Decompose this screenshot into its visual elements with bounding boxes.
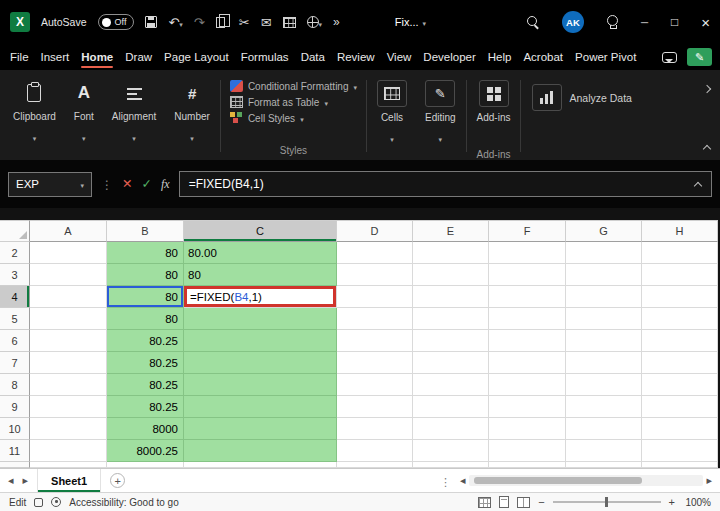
add-sheet-button[interactable]: +	[110, 473, 125, 488]
comments-icon[interactable]	[662, 52, 677, 63]
enter-button[interactable]: ✓	[141, 178, 151, 191]
tab-data[interactable]: Data	[295, 44, 331, 70]
zoom-slider-thumb[interactable]	[605, 497, 608, 507]
tab-page-layout[interactable]: Page Layout	[158, 44, 235, 70]
tab-bar-handle-icon[interactable]	[440, 472, 451, 490]
cell[interactable]: 80.25	[107, 330, 184, 352]
cell[interactable]	[413, 286, 489, 308]
cell[interactable]	[642, 440, 718, 462]
column-header-d[interactable]: D	[337, 220, 413, 242]
cell[interactable]	[642, 374, 718, 396]
ribbon-group-cells[interactable]: Cells	[368, 72, 416, 160]
column-header-a[interactable]: A	[30, 220, 107, 242]
tab-insert[interactable]: Insert	[35, 44, 76, 70]
scrollbar-thumb[interactable]	[474, 477, 642, 484]
cell[interactable]	[413, 352, 489, 374]
format-as-table-button[interactable]: Format as Table	[230, 96, 328, 108]
tab-draw[interactable]: Draw	[119, 44, 158, 70]
cell[interactable]	[566, 242, 642, 264]
cell[interactable]	[30, 308, 107, 330]
cell[interactable]	[413, 440, 489, 462]
cell[interactable]	[413, 396, 489, 418]
cell[interactable]: 80	[107, 264, 184, 286]
ribbon-group-addins[interactable]: Add-ins Add-ins	[468, 72, 520, 160]
cell[interactable]	[489, 396, 566, 418]
zoom-out-icon[interactable]	[538, 496, 544, 508]
cell[interactable]	[184, 308, 337, 330]
cell[interactable]	[566, 308, 642, 330]
tab-formulas[interactable]: Formulas	[235, 44, 295, 70]
maximize-button[interactable]	[671, 16, 678, 28]
cell[interactable]	[337, 396, 413, 418]
ribbon-group-alignment[interactable]: Alignment	[103, 72, 165, 160]
conditional-formatting-button[interactable]: Conditional Formatting	[230, 80, 357, 92]
cell[interactable]	[489, 418, 566, 440]
undo-button[interactable]	[168, 16, 182, 29]
tab-view[interactable]: View	[381, 44, 418, 70]
cancel-button[interactable]: ✕	[122, 178, 132, 191]
cell[interactable]	[413, 374, 489, 396]
row-header[interactable]: 10	[0, 418, 30, 440]
cell[interactable]	[337, 418, 413, 440]
copy-icon[interactable]	[216, 17, 225, 28]
cell[interactable]	[30, 418, 107, 440]
zoom-level[interactable]: 100%	[683, 497, 711, 508]
cell[interactable]	[337, 242, 413, 264]
cell[interactable]: 80.25	[107, 374, 184, 396]
avatar[interactable]: AK	[562, 11, 584, 33]
sheet-nav-left-icon[interactable]	[8, 475, 14, 486]
tab-power-pivot[interactable]: Power Pivot	[569, 44, 642, 70]
cell[interactable]	[566, 330, 642, 352]
cell[interactable]	[489, 264, 566, 286]
cell[interactable]	[337, 286, 413, 308]
cell[interactable]	[413, 418, 489, 440]
cell[interactable]	[566, 396, 642, 418]
cell[interactable]	[184, 374, 337, 396]
collapse-ribbon-icon[interactable]	[703, 145, 711, 153]
cell[interactable]	[413, 264, 489, 286]
cell[interactable]: 80	[107, 242, 184, 264]
cell[interactable]	[642, 264, 718, 286]
row-header[interactable]: 8	[0, 374, 30, 396]
cell[interactable]	[30, 330, 107, 352]
minimize-button[interactable]	[641, 16, 648, 28]
cell[interactable]	[184, 396, 337, 418]
row-header[interactable]: 9	[0, 396, 30, 418]
cell[interactable]	[566, 352, 642, 374]
cell[interactable]	[489, 242, 566, 264]
tab-home[interactable]: Home	[75, 44, 119, 70]
cell[interactable]	[642, 242, 718, 264]
column-header-e[interactable]: E	[413, 220, 489, 242]
column-header-h[interactable]: H	[642, 220, 718, 242]
cell[interactable]	[30, 264, 107, 286]
cell[interactable]	[337, 440, 413, 462]
cell[interactable]	[30, 286, 107, 308]
lightbulb-icon[interactable]	[607, 15, 618, 29]
cell[interactable]	[566, 440, 642, 462]
sheet-tab[interactable]: Sheet1	[37, 469, 101, 492]
horizontal-scrollbar[interactable]	[460, 475, 712, 486]
row-header[interactable]: 2	[0, 242, 30, 264]
page-layout-view-icon[interactable]	[499, 496, 509, 508]
save-icon[interactable]	[145, 16, 157, 28]
cell[interactable]	[566, 286, 642, 308]
tab-review[interactable]: Review	[331, 44, 381, 70]
insert-function-button[interactable]: fx	[161, 177, 170, 192]
cell[interactable]	[184, 330, 337, 352]
cell[interactable]: 80.00	[184, 242, 337, 264]
sheet-nav-right-icon[interactable]	[23, 475, 29, 486]
macro-record-icon[interactable]	[34, 498, 43, 507]
row-header[interactable]: 5	[0, 308, 30, 330]
tab-developer[interactable]: Developer	[417, 44, 481, 70]
column-header-g[interactable]: G	[566, 220, 642, 242]
table-icon[interactable]	[283, 17, 296, 28]
cell[interactable]	[489, 308, 566, 330]
cell-styles-button[interactable]: Cell Styles	[230, 112, 304, 124]
cell[interactable]	[337, 330, 413, 352]
document-title[interactable]: Fix...	[395, 16, 426, 28]
accessibility-status[interactable]: Accessibility: Good to go	[69, 497, 179, 508]
column-header-c[interactable]: C	[184, 220, 337, 242]
zoom-in-icon[interactable]	[669, 496, 675, 508]
column-header-f[interactable]: F	[489, 220, 566, 242]
cell[interactable]: 80	[107, 308, 184, 330]
